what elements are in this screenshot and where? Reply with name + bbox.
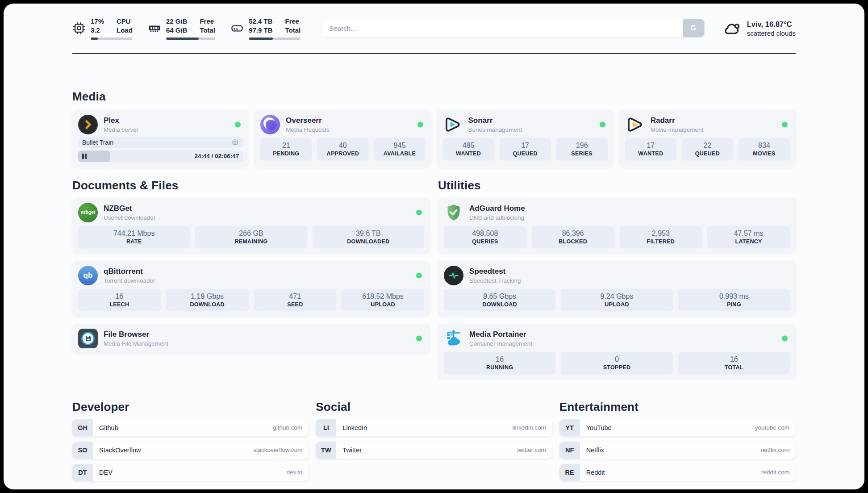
cpu-labels: CPU Load [117, 17, 133, 35]
speedtest-card[interactable]: Speedtest Speedtest Tracking 9.65 Gbps D… [438, 261, 796, 316]
stat-value: 1.19 Gbps [168, 292, 247, 301]
stat-value: 9.24 Gbps [563, 292, 671, 301]
app-name: Speedtest [469, 267, 521, 276]
section-entertainment: Entertainment YT YouTube youtube.com NF … [559, 400, 796, 481]
app-name: Sonarr [468, 116, 522, 125]
sonarr-card[interactable]: Sonarr Series management 485 WANTED 17 Q… [437, 110, 613, 167]
documents-section-title: Documents & Files [72, 179, 430, 192]
filebrowser-card[interactable]: File Browser Media File Management [72, 324, 430, 353]
stat-available: 945 AVAILABLE [374, 138, 425, 160]
entertainment-links: YT YouTube youtube.com NF Netflix netfli… [559, 419, 796, 481]
disk-labels: Free Total [285, 17, 300, 35]
sonarr-header: Sonarr Series management [443, 115, 608, 134]
qbittorrent-icon-text: qb [78, 266, 98, 285]
cpu-stat-body: 17% 3.2 CPU Load [91, 17, 133, 40]
memory-free: 22 GiB [166, 17, 188, 26]
stat-label: PING [680, 301, 788, 308]
bookmark-badge: LI [316, 419, 336, 436]
app-description: Torrent downloader [104, 277, 155, 284]
status-dot [782, 335, 788, 341]
radarr-stats: 17 WANTED 22 QUEUED 834 MOVIES [625, 138, 790, 160]
bookmark-stackoverflow[interactable]: SO StackOverflow stackoverflow.com [72, 442, 309, 459]
stat-label: FILTERED [622, 238, 701, 245]
memory-label-top: Free [200, 17, 215, 26]
disk-progress-track [249, 38, 300, 40]
filebrowser-icon [78, 329, 98, 348]
stat-queries: 498,508 QUERIES [444, 226, 526, 248]
app-description: DNS and adblocking [469, 214, 525, 221]
stat-value: 9.65 Gbps [446, 292, 554, 301]
app-name: qBittorrent [104, 267, 155, 276]
status-dot [600, 121, 605, 127]
stat-value: 86,396 [534, 229, 613, 238]
bookmark-twitter[interactable]: TW Twitter twitter.com [316, 442, 552, 459]
stat-wanted: 485 WANTED [443, 138, 494, 160]
bookmark-netflix[interactable]: NF Netflix netflix.com [559, 442, 796, 459]
disk-values: 52.4 TB 97.9 TB [249, 17, 272, 35]
app-description: Container management [469, 340, 532, 347]
overseerr-card[interactable]: Overseerr Media Requests 21 PENDING 40 A… [255, 110, 431, 167]
cpu-load-percent: 17% [91, 17, 104, 26]
disk-label-bottom: Total [285, 26, 300, 35]
cpu-progress-track [91, 38, 133, 40]
stat-stopped: 0 STOPPED [561, 352, 672, 374]
status-dot [416, 272, 422, 278]
stat-rate: 744.21 Mbps RATE [78, 226, 190, 248]
nzbget-card[interactable]: nzbget NZBGet Usenet downloader 744.21 M… [72, 198, 430, 253]
filebrowser-meta: File Browser Media File Management [104, 330, 168, 347]
speedtest-icon [444, 266, 463, 285]
bookmark-badge: TW [316, 442, 336, 459]
memory-labels: Free Total [200, 17, 215, 35]
bookmark-url: dev.to [287, 469, 303, 476]
radarr-card[interactable]: Radarr Movie management 17 WANTED 22 QUE… [619, 110, 796, 167]
radarr-header: Radarr Movie management [625, 115, 790, 134]
search-bar: G [321, 19, 705, 38]
bookmark-linkedin[interactable]: LI LinkedIn linkedin.com [316, 419, 552, 436]
stat-approved: 40 APPROVED [317, 138, 368, 160]
bookmark-badge: GH [72, 419, 93, 436]
app-name: NZBGet [104, 204, 155, 213]
disk-stat-body: 52.4 TB 97.9 TB Free Total [249, 17, 300, 40]
memory-stat-body: 22 GiB 64 GiB Free Total [166, 17, 215, 40]
app-description: Series management [468, 126, 522, 133]
pause-icon[interactable] [82, 154, 87, 159]
player-settings-icon[interactable] [231, 138, 239, 146]
bookmark-dev[interactable]: DT DEV dev.to [72, 464, 309, 481]
social-section-title: Social [316, 400, 552, 414]
player-time: 24:44 / 02:06:47 [194, 153, 239, 159]
dashboard-page: 17% 3.2 CPU Load [4, 4, 864, 489]
bookmark-reddit[interactable]: RE Reddit reddit.com [559, 464, 796, 481]
search-input[interactable] [321, 19, 683, 37]
stat-label: LATENCY [709, 238, 788, 245]
bookmark-youtube[interactable]: YT YouTube youtube.com [559, 419, 796, 436]
app-description: Media File Management [104, 340, 168, 347]
plex-icon [78, 115, 98, 134]
stat-label: UPLOAD [563, 301, 671, 308]
bookmark-name: Reddit [586, 469, 605, 476]
stat-value: 16 [80, 292, 159, 301]
adguard-card[interactable]: AdGuard Home DNS and adblocking 498,508 … [438, 198, 796, 253]
qbittorrent-card[interactable]: qb qBittorrent Torrent downloader 16 [72, 261, 430, 316]
stat-label: DOWNLOAD [168, 301, 247, 308]
top-bar: 17% 3.2 CPU Load [72, 4, 796, 40]
stat-label: QUERIES [446, 238, 525, 245]
disk-progress-fill [249, 38, 272, 40]
memory-progress-fill [166, 38, 199, 40]
plex-card[interactable]: Plex Media server Bullet Train [72, 110, 249, 167]
cpu-icon [72, 21, 86, 35]
cpu-label-top: CPU [117, 17, 133, 26]
stat-label: QUEUED [684, 150, 731, 157]
status-dot [235, 121, 241, 127]
nzbget-icon-text: nzbget [78, 203, 98, 222]
status-dot [417, 121, 423, 127]
bookmark-github[interactable]: GH Github github.com [72, 419, 309, 436]
cpu-stat: 17% 3.2 CPU Load [72, 17, 133, 40]
now-playing-title: Bullet Train [82, 139, 231, 146]
portainer-card[interactable]: Media Portainer Container management 16 … [438, 324, 796, 379]
stat-series: 196 SERIES [556, 138, 608, 160]
portainer-stats: 16 RUNNING 0 STOPPED 16 TOTAL [444, 352, 790, 374]
header-divider [72, 53, 796, 54]
disk-free: 52.4 TB [249, 17, 272, 26]
stat-queued: 17 QUEUED [500, 138, 551, 160]
search-engine-button[interactable]: G [683, 19, 704, 37]
